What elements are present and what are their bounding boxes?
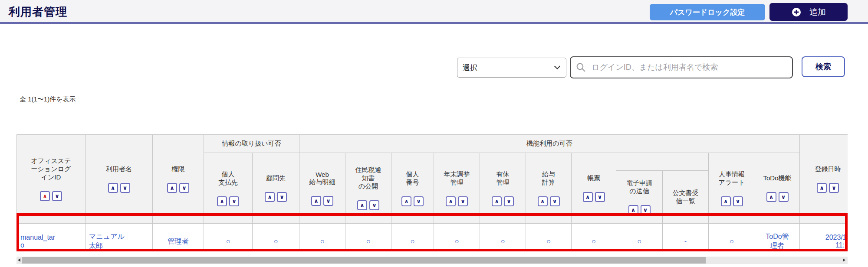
sort-asc-button[interactable]: ∧: [446, 196, 456, 206]
sort-desc-button[interactable]: ∨: [550, 196, 560, 206]
scrollbar-left-arrow-icon[interactable]: [18, 258, 20, 262]
cell-payroll: ○: [526, 224, 572, 252]
sort-asc-button[interactable]: ∧: [583, 192, 593, 202]
sort-desc-button[interactable]: ∨: [120, 183, 130, 193]
spacer-cell: [616, 153, 709, 171]
sort-desc-button[interactable]: ∨: [52, 191, 62, 201]
cell-todo: ToDo管 理者: [755, 224, 800, 252]
chevron-up-icon: ∧: [723, 199, 728, 204]
chevron-down-icon: ∨: [326, 198, 331, 204]
sort-desc-button[interactable]: ∨: [277, 192, 287, 202]
col-header-advisory-client: 顧問先 ∧ ∨: [253, 153, 299, 224]
sort-desc-button[interactable]: ∨: [414, 196, 424, 206]
col-header-permission: 権限 ∧ ∨: [153, 135, 204, 224]
chevron-up-icon: ∧: [448, 199, 453, 204]
sort-desc-button[interactable]: ∨: [504, 196, 514, 206]
sort-asc-button[interactable]: ∧: [311, 196, 321, 206]
chevron-up-icon: ∧: [819, 185, 824, 191]
sort-desc-button[interactable]: ∨: [595, 192, 605, 202]
result-count-text: 全 1(1〜1)件を表示: [20, 95, 76, 104]
chevron-down-icon: ∨: [182, 185, 187, 191]
chevron-down-icon: ∨: [55, 193, 59, 199]
sort-buttons: ∧ ∨: [253, 192, 298, 202]
sort-asc-button[interactable]: ∧: [628, 205, 638, 215]
search-submit-button[interactable]: 検索: [802, 56, 845, 77]
cell-hr-alert: ○: [709, 224, 755, 252]
search-category-select[interactable]: 選択: [457, 58, 566, 78]
sort-buttons: ∧ ∨: [527, 196, 570, 206]
col-header-residence-tax-notice: 住民税通 知書 の公開 ∧ ∨: [345, 153, 391, 224]
col-header-official-doc-inbox: 公文書受 信一覧: [663, 171, 709, 224]
password-lock-button[interactable]: パスワードロック設定: [650, 4, 765, 20]
chevron-up-icon: ∧: [540, 199, 545, 204]
col-header-registered-at: 登録日時 ∧ ∨: [800, 135, 848, 224]
sort-desc-button[interactable]: ∨: [779, 192, 789, 202]
chevron-up-icon: ∧: [404, 199, 409, 204]
sort-buttons: ∧ ∨: [154, 183, 203, 193]
cell-official-doc-inbox: -: [663, 224, 709, 252]
col-header-report: 帳票 ∧ ∨: [572, 153, 616, 224]
sort-asc-button[interactable]: ∧: [167, 183, 177, 193]
sort-desc-button[interactable]: ∨: [179, 183, 189, 193]
chevron-down-icon: ∨: [598, 194, 602, 200]
sort-buttons: ∧ ∨: [801, 183, 848, 193]
sort-buttons: ∧ ∨: [481, 196, 525, 206]
sort-asc-button[interactable]: ∧: [357, 200, 367, 210]
sort-asc-button[interactable]: ∧: [538, 196, 548, 206]
group-header-feature-usage: 機能利用の可否: [299, 135, 800, 153]
sort-asc-button[interactable]: ∧: [492, 196, 502, 206]
sort-asc-button[interactable]: ∧: [108, 183, 118, 193]
sort-asc-button[interactable]: ∧: [217, 196, 227, 206]
cell-year-end-adjustment: ○: [434, 224, 480, 252]
scrollbar-thumb[interactable]: [22, 257, 706, 264]
user-table: オフィスステ ーションログ インID ∧ ∨ 利用者名 ∧ ∨ 権限 ∧ ∨ 情…: [16, 134, 848, 251]
sort-desc-button[interactable]: ∨: [641, 205, 651, 215]
chevron-up-icon: ∧: [267, 194, 272, 200]
chevron-down-icon: ∨: [736, 199, 740, 204]
h-scrollbar-track[interactable]: [16, 257, 848, 264]
col-header-my-number: 個人 番号 ∧ ∨: [391, 153, 434, 224]
col-header-web-payslip: Web 給与明細 ∧ ∨: [299, 153, 345, 224]
add-button-label: 追加: [809, 7, 826, 18]
sort-asc-button[interactable]: ∧: [40, 191, 50, 201]
sort-asc-button[interactable]: ∧: [817, 183, 827, 193]
sort-buttons: ∧ ∨: [392, 196, 433, 206]
scrollbar-right-arrow-icon[interactable]: [843, 258, 845, 262]
chevron-up-icon: ∧: [170, 185, 174, 191]
search-field-wrap: [570, 56, 793, 78]
col-header-personal-payee: 個人 支払先 ∧ ∨: [204, 153, 253, 224]
add-button[interactable]: 追加: [769, 3, 848, 21]
sort-buttons: ∧ ∨: [18, 191, 84, 201]
sort-desc-button[interactable]: ∨: [733, 196, 743, 206]
sort-asc-button[interactable]: ∧: [766, 192, 776, 202]
search-icon: [575, 62, 586, 73]
chevron-up-icon: ∧: [631, 207, 636, 213]
chevron-down-icon: ∨: [123, 185, 128, 191]
sort-asc-button[interactable]: ∧: [721, 196, 731, 206]
chevron-up-icon: ∧: [494, 199, 499, 204]
table-row[interactable]: manual_tar o マニュアル 太郎 管理者 ○ ○ ○ ○ ○ ○ ○ …: [17, 224, 848, 252]
cell-advisory-client: ○: [253, 224, 299, 252]
chevron-down-icon: ∨: [832, 185, 836, 191]
top-bar: 利用者管理 パスワードロック設定 追加: [0, 0, 868, 24]
cell-personal-payee: ○: [204, 224, 253, 252]
sort-desc-button[interactable]: ∨: [369, 200, 379, 210]
sort-desc-button[interactable]: ∨: [323, 196, 333, 206]
cell-my-number: ○: [391, 224, 434, 252]
chevron-up-icon: ∧: [220, 199, 224, 204]
cell-report: ○: [572, 224, 616, 252]
chevron-down-icon: ∨: [781, 194, 786, 200]
search-input[interactable]: [570, 56, 793, 78]
sort-buttons: ∧ ∨: [300, 196, 344, 206]
sort-desc-button[interactable]: ∨: [458, 196, 468, 206]
sort-asc-button[interactable]: ∧: [265, 192, 275, 202]
col-header-hr-alert: 人事情報 アラート ∧ ∨: [709, 153, 755, 224]
sort-desc-button[interactable]: ∨: [829, 183, 839, 193]
sort-buttons: ∧ ∨: [572, 192, 615, 202]
sort-desc-button[interactable]: ∨: [229, 196, 239, 206]
group-header-info-handling: 情報の取り扱い可否: [204, 135, 299, 153]
chevron-up-icon: ∧: [360, 202, 365, 208]
plus-circle-icon: [791, 7, 802, 17]
chevron-down-icon: ∨: [372, 202, 377, 208]
sort-asc-button[interactable]: ∧: [401, 196, 411, 206]
